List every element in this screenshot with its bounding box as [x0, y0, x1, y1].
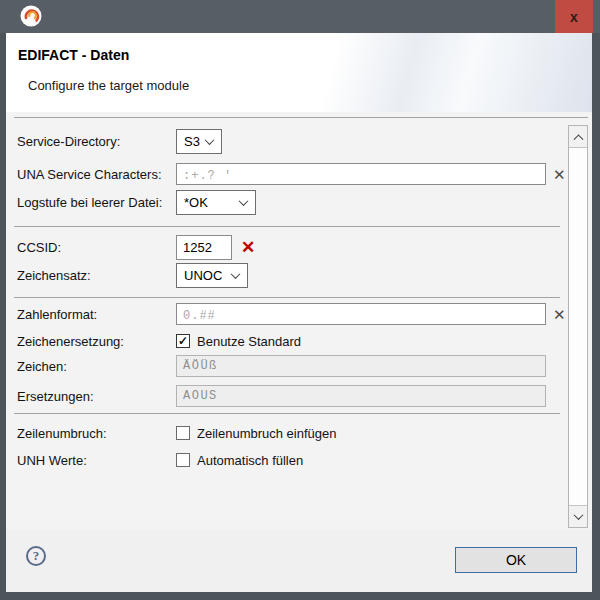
- row-una: UNA Service Characters: ✕: [17, 163, 566, 185]
- chevron-down-icon: [239, 196, 249, 206]
- row-zeichensatz: Zeichensatz: UNOC: [17, 263, 248, 288]
- wizard-header: EDIFACT - Daten Configure the target mod…: [6, 33, 592, 112]
- benutze-standard-checkbox[interactable]: ✓: [176, 334, 190, 348]
- group-separator: [14, 226, 560, 227]
- zeilenumbruch-checkbox-label: Zeilenumbruch einfügen: [197, 426, 336, 441]
- chevron-up-icon: [573, 134, 583, 144]
- row-zeilenumbruch: Zeilenumbruch: Zeilenumbruch einfügen: [17, 426, 336, 440]
- chevron-down-icon: [205, 135, 215, 145]
- close-button[interactable]: x: [555, 0, 593, 33]
- page-subtitle: Configure the target module: [28, 78, 189, 93]
- row-unh-werte: UNH Werte: Automatisch füllen: [17, 453, 303, 467]
- service-directory-label: Service-Directory:: [17, 134, 176, 149]
- unh-werte-checkbox[interactable]: [176, 453, 190, 467]
- row-ersetzungen: Ersetzungen:: [17, 385, 546, 407]
- top-separator: [14, 117, 588, 118]
- una-input[interactable]: [176, 163, 546, 185]
- zeichen-input: [176, 355, 546, 377]
- service-directory-value: S3: [184, 134, 200, 149]
- zeilenumbruch-checkbox[interactable]: [176, 426, 190, 440]
- help-button[interactable]: ?: [26, 546, 46, 566]
- unh-werte-label: UNH Werte:: [17, 453, 176, 468]
- button-bar: ? OK: [6, 530, 592, 592]
- titlebar: x: [0, 0, 600, 33]
- row-zeichenersetzung: Zeichenersetzung: ✓ Benutze Standard: [17, 334, 301, 348]
- scroll-up-button[interactable]: [569, 126, 587, 148]
- unh-werte-checkbox-label: Automatisch füllen: [197, 453, 303, 468]
- zeichensatz-value: UNOC: [184, 268, 222, 283]
- zeichensatz-label: Zeichensatz:: [17, 268, 176, 283]
- logstufe-select[interactable]: *OK: [176, 190, 256, 215]
- ok-button[interactable]: OK: [455, 547, 577, 573]
- row-ccsid: CCSID: ✕: [17, 235, 255, 260]
- ersetzungen-input: [176, 385, 546, 407]
- ccsid-label: CCSID:: [17, 240, 176, 255]
- zeichen-label: Zeichen:: [17, 359, 176, 374]
- page-title: EDIFACT - Daten: [18, 47, 129, 63]
- ersetzungen-label: Ersetzungen:: [17, 389, 176, 404]
- error-icon: ✕: [241, 239, 255, 256]
- una-label: UNA Service Characters:: [17, 167, 176, 182]
- ccsid-input[interactable]: [176, 235, 232, 260]
- clear-icon[interactable]: ✕: [553, 167, 566, 182]
- zeichenersetzung-label: Zeichenersetzung:: [17, 334, 176, 349]
- row-zeichen: Zeichen:: [17, 355, 546, 377]
- benutze-standard-label: Benutze Standard: [197, 334, 301, 349]
- service-directory-select[interactable]: S3: [176, 129, 222, 154]
- zahlenformat-label: Zahlenformat:: [17, 307, 176, 322]
- group-separator: [14, 297, 560, 298]
- checkmark-icon: ✓: [178, 334, 188, 348]
- zahlenformat-input[interactable]: [176, 303, 546, 325]
- app-logo-icon: [20, 5, 42, 27]
- row-service-directory: Service-Directory: S3: [17, 129, 222, 154]
- row-logstufe: Logstufe bei leerer Datei: *OK: [17, 190, 256, 215]
- clear-icon[interactable]: ✕: [553, 307, 566, 322]
- zeichensatz-select[interactable]: UNOC: [176, 263, 248, 288]
- group-separator: [14, 413, 560, 414]
- chevron-down-icon: [231, 269, 241, 279]
- zeilenumbruch-label: Zeilenumbruch:: [17, 426, 176, 441]
- vertical-scrollbar[interactable]: [568, 125, 588, 528]
- chevron-down-icon: [573, 510, 583, 520]
- row-zahlenformat: Zahlenformat: ✕: [17, 303, 566, 325]
- logstufe-label: Logstufe bei leerer Datei:: [17, 195, 176, 210]
- edifact-dialog: x EDIFACT - Daten Configure the target m…: [0, 0, 600, 600]
- form-area: Service-Directory: S3 UNA Service Charac…: [6, 112, 592, 530]
- scroll-down-button[interactable]: [569, 505, 587, 527]
- logstufe-value: *OK: [184, 195, 208, 210]
